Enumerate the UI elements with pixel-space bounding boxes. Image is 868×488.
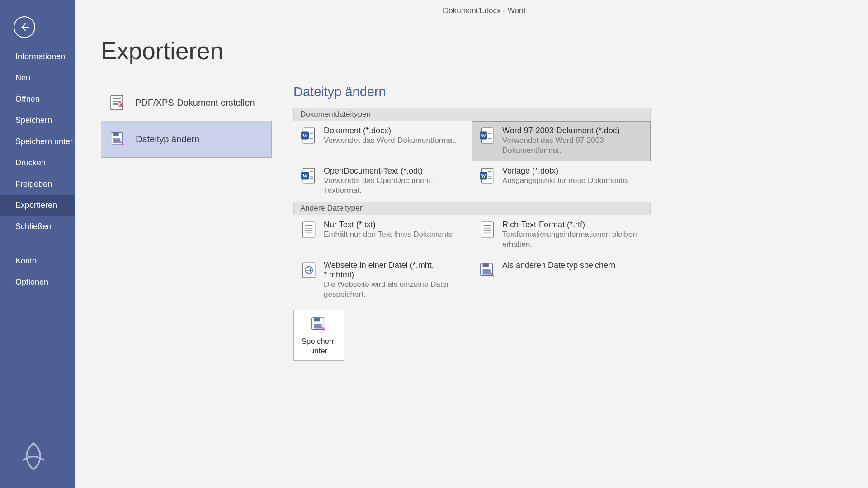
tile-mht[interactable]: Webseite in einer Datei (*.mht, *.mhtml)… <box>293 256 472 305</box>
nav-konto[interactable]: Konto <box>0 250 75 272</box>
nav-speichern[interactable]: Speichern <box>0 110 75 131</box>
word-doc-icon <box>300 167 317 184</box>
tile-docx[interactable]: Dokument (*.docx) Verwendet das Word-Dok… <box>293 121 472 161</box>
export-options-list: PDF/XPS-Dokument erstellen Dateityp ände… <box>101 84 272 158</box>
detail-title: Dateityp ändern <box>293 84 651 99</box>
tile-title: Rich-Text-Format (*.rtf) <box>502 220 644 230</box>
main-area: Dokument1.docx - Word Exportieren PDF/XP… <box>75 0 868 488</box>
option-label: PDF/XPS-Dokument erstellen <box>135 98 255 108</box>
save-arrow-icon <box>109 131 126 147</box>
tile-rtf[interactable]: Rich-Text-Format (*.rtf) Textformatierun… <box>472 215 651 255</box>
back-button[interactable] <box>14 16 35 38</box>
word-doc-icon <box>300 127 317 144</box>
tile-title: Nur Text (*.txt) <box>324 220 454 230</box>
nav-schliessen[interactable]: Schließen <box>0 216 75 237</box>
save-arrow-icon <box>310 316 327 333</box>
tile-odt[interactable]: OpenDocument-Text (*.odt) Verwendet das … <box>293 161 472 202</box>
backstage-sidebar: Informationen Neu Öffnen Speichern Speic… <box>0 0 75 488</box>
option-pdf-xps[interactable]: PDF/XPS-Dokument erstellen <box>101 84 272 121</box>
tile-title: Word 97-2003-Dokument (*.doc) <box>502 126 644 136</box>
tile-title: Dokument (*.docx) <box>324 126 457 136</box>
arrow-left-icon <box>19 22 29 32</box>
nav-freigeben[interactable]: Freigeben <box>0 174 75 195</box>
option-label: Dateityp ändern <box>136 134 199 145</box>
web-doc-icon <box>300 262 317 279</box>
nav-exportieren[interactable]: Exportieren <box>0 195 75 216</box>
save-arrow-icon <box>479 262 496 279</box>
tile-title: Als anderen Dateityp speichern <box>502 261 615 270</box>
tile-title: Vorlage (*.dotx) <box>502 166 629 176</box>
tile-desc: Ausgangspunkt für neue Dokumente. <box>502 176 629 186</box>
nav-drucken[interactable]: Drucken <box>0 152 75 174</box>
tile-title: Webseite in einer Datei (*.mht, *.mhtml) <box>324 261 465 280</box>
tile-other-type[interactable]: Als anderen Dateityp speichern <box>472 256 651 305</box>
option-change-filetype[interactable]: Dateityp ändern <box>101 121 272 158</box>
tile-dotx[interactable]: Vorlage (*.dotx) Ausgangspunkt für neue … <box>472 161 651 202</box>
page-pdf-icon <box>109 94 125 111</box>
nav-neu[interactable]: Neu <box>0 67 75 89</box>
word-doc-icon <box>479 127 496 144</box>
save-as-button[interactable]: Speichern unter <box>293 310 344 361</box>
tile-desc: Verwendet das OpenDocument-Textformat. <box>324 176 465 196</box>
nav-speichern-unter[interactable]: Speichern unter <box>0 131 75 152</box>
tile-doc-97-2003[interactable]: Word 97-2003-Dokument (*.doc) Verwendet … <box>472 121 651 161</box>
tile-desc: Die Webseite wird als einzelne Datei ges… <box>324 280 465 300</box>
tile-desc: Verwendet das Word 97-2003-Dokumentforma… <box>502 136 644 155</box>
nav-informationen[interactable]: Informationen <box>0 46 75 67</box>
word-doc-icon <box>479 167 496 184</box>
group-header: Dokumentdateitypen <box>293 108 651 121</box>
tile-title: OpenDocument-Text (*.odt) <box>324 166 465 176</box>
window-title: Dokument1.docx - Word <box>101 0 868 15</box>
nav-separator <box>15 244 47 244</box>
tile-desc: Enthält nur den Text Ihres Dokuments. <box>324 230 454 239</box>
nav-optionen[interactable]: Optionen <box>0 272 75 293</box>
save-as-label: Speichern unter <box>297 337 341 356</box>
nav-oeffnen[interactable]: Öffnen <box>0 89 75 110</box>
app-logo-icon <box>17 440 50 473</box>
tile-txt[interactable]: Nur Text (*.txt) Enthält nur den Text Ih… <box>293 215 472 255</box>
tile-desc: Textformatierungsinformationen bleiben e… <box>502 230 644 249</box>
text-doc-icon <box>479 221 496 238</box>
group-header: Andere Dateitypen <box>293 202 651 215</box>
tile-desc: Verwendet das Word-Dokumentformat. <box>324 136 457 145</box>
detail-panel: Dateityp ändern Dokumentdateitypen Dokum… <box>293 84 651 361</box>
text-doc-icon <box>300 221 317 238</box>
